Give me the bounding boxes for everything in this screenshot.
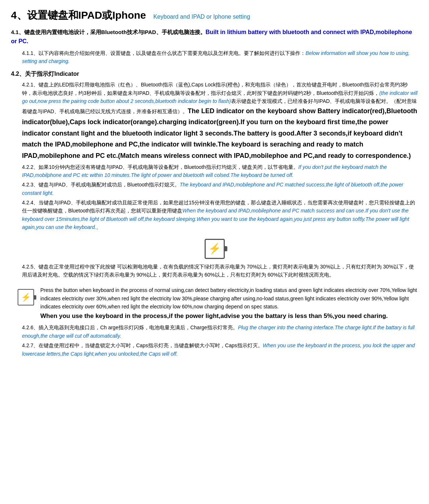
s425-en-text: Press the button when keyboard in the pr…: [40, 286, 418, 321]
section-4-1-heading: 4.1、键盘使用内置锂电池设计，采用Bluetooth技术与IPAD、手机或电脑…: [11, 27, 418, 46]
section-4-2-heading: 4.2、关于指示灯Indicator: [11, 69, 418, 79]
section-4-2-7: 4.2.7、在键盘使用过程中，当键盘锁定大小写时，Caps指示灯亮，当键盘解锁大…: [22, 341, 418, 358]
lightning-icon-inline: ⚡: [21, 291, 31, 304]
s411-cn: 4.1.1、以下内容将向您介绍如何使用、设置键盘，以及键盘在什么状态下需要充电以…: [22, 50, 305, 56]
section-4-2-4: 4.2.4、当键盘与IPAD、手机或电脑配对成功且能正常使用后，如果您超过15分…: [22, 199, 418, 231]
battery-symbol-inline: ⚡: [18, 289, 34, 305]
s421-cn: 4.2.1、键盘上的LED指示灯用做电池指示（红色）、Bluetooth指示（蓝…: [22, 82, 408, 96]
s421-large: The LED indicator on the keyboard show B…: [22, 107, 417, 159]
section-4-2-3: 4.2.3、键盘与IPAD、手机或电脑配对成功后，Bluetooth指示灯熄灭。…: [22, 181, 418, 197]
battery-symbol-top: ⚡: [205, 239, 225, 259]
s425-cn-pre: 4.2.5、键盘在正常使用过程中按下此按键: [22, 264, 115, 270]
battery-icon-inline-container: ⚡: [11, 286, 40, 305]
s422-cn: 4.2.2、如果10分钟内您还没有将键盘与IPAD、手机或电脑等设备配对，Blu…: [22, 164, 298, 170]
section-4-1-1: 4.1.1、以下内容将向您介绍如何使用、设置键盘，以及键盘在什么状态下需要充电以…: [22, 49, 418, 66]
s423-cn: 4.2.3、键盘与IPAD、手机或电脑配对成功后，Bluetooth指示灯熄灭。: [22, 182, 180, 188]
section-4-2-5-cn: 4.2.5、键盘在正常使用过程中按下此按键 可以检测电池电量，在有负载的情况下绿…: [22, 263, 418, 279]
section-4-2-5-en-block: ⚡ Press the button when keyboard in the …: [11, 286, 418, 321]
section-4-2-2: 4.2.2、如果10分钟内您还没有将键盘与IPAD、手机或电脑等设备配对，Blu…: [22, 163, 418, 179]
s4-2-label: 4.2、关于指示灯Indicator: [11, 71, 79, 77]
s427-cn: 4.2.7、在键盘使用过程中，当键盘锁定大小写时，Caps指示灯亮，当键盘解锁大…: [22, 342, 263, 348]
s425-large-en: When you use the keyboard in the process…: [40, 312, 388, 319]
lightning-icon-top: ⚡: [208, 244, 221, 254]
s425-en: Press the button when keyboard in the pr…: [40, 287, 417, 310]
battery-icon-top: ⚡: [11, 239, 418, 259]
s4-1-cn: 4.1、键盘使用内置锂电池设计，采用Bluetooth技术与IPAD、手机或电脑…: [11, 29, 206, 35]
title-english: Keyboard and IPAD or Iphone setting: [153, 12, 250, 22]
title-chinese: 4、设置键盘和IPAD或Iphone: [11, 7, 146, 24]
section-4-2-6: 4.2.6、插入充电器到充电接口后，Ch arge指示灯闪烁，电池电量充满后，C…: [22, 323, 418, 340]
s426-cn: 4.2.6、插入充电器到充电接口后，Ch arge指示灯闪烁，电池电量充满后，C…: [22, 325, 238, 330]
page-title-block: 4、设置键盘和IPAD或Iphone Keyboard and IPAD or …: [11, 7, 418, 24]
section-4-2-1: 4.2.1、键盘上的LED指示灯用做电池指示（红色）、Bluetooth指示（蓝…: [22, 81, 418, 161]
